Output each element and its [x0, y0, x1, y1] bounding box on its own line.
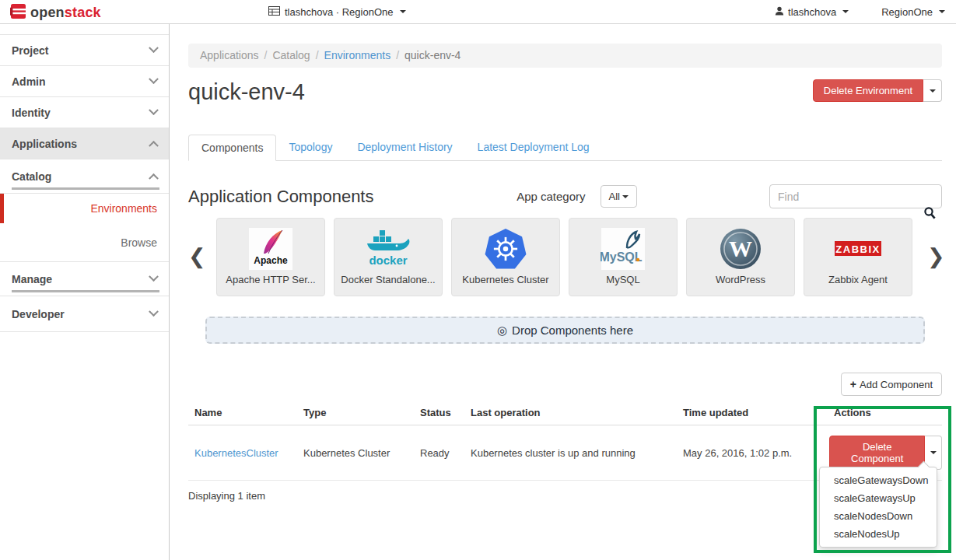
app-card-label: Docker Standalone...	[341, 274, 435, 285]
component-type: Kubernetes Cluster	[297, 425, 414, 481]
svg-text:ZABBIX: ZABBIX	[835, 243, 880, 255]
zabbix-icon: ZABBIX	[826, 226, 890, 271]
chevron-down-icon	[149, 306, 159, 317]
component-time-updated: May 26, 2016, 1:02 p.m.	[677, 425, 828, 481]
divider	[12, 290, 159, 292]
delete-component-button[interactable]: Delete Component	[829, 436, 925, 470]
table-header-row: Name Type Status Last operation Time upd…	[188, 401, 942, 425]
app-card-zabbix[interactable]: ZABBIX Zabbix Agent	[804, 218, 912, 296]
app-card-wordpress[interactable]: W WordPress	[686, 218, 795, 296]
delete-environment-caret-button[interactable]	[923, 79, 942, 102]
col-header-name: Name	[188, 401, 297, 425]
user-icon	[775, 6, 784, 18]
menu-item-scale-nodes-up[interactable]: scaleNodesUp	[820, 525, 937, 543]
app-cards: Apache Apache HTTP Ser...	[216, 218, 912, 296]
chevron-down-icon	[930, 89, 936, 93]
kubernetes-icon	[484, 226, 527, 271]
col-header-status: Status	[414, 401, 464, 425]
find-input[interactable]	[769, 184, 942, 208]
breadcrumb-environments-link[interactable]: Environments	[324, 49, 391, 61]
region-name: RegionOne	[881, 6, 933, 18]
topbar-right: tlashchova RegionOne	[775, 0, 945, 23]
app-card-docker[interactable]: docker Docker Standalone...	[334, 218, 443, 296]
user-menu[interactable]: tlashchova	[775, 6, 849, 18]
topbar: openstack tlashchova · RegionOne	[0, 0, 956, 24]
app-card-label: WordPress	[716, 274, 765, 285]
sidebar-item-identity[interactable]: Identity	[0, 97, 169, 128]
breadcrumb: Applications/Catalog/Environments/quick-…	[188, 44, 942, 68]
brand-text: openstack	[30, 5, 101, 21]
col-header-actions: Actions	[828, 401, 942, 425]
menu-item-scale-gateways-up[interactable]: scaleGatewaysUp	[820, 489, 937, 507]
chevron-up-icon	[149, 173, 159, 184]
chevron-down-icon	[149, 43, 159, 53]
sidebar-item-manage[interactable]: Manage	[0, 262, 169, 296]
user-name: tlashchova	[788, 6, 836, 18]
app-card-label: Zabbix Agent	[828, 274, 888, 285]
sidebar-item-admin[interactable]: Admin	[0, 66, 169, 97]
svg-text:MySQL: MySQL	[601, 250, 643, 264]
component-status: Ready	[414, 425, 464, 481]
col-header-type: Type	[297, 401, 414, 425]
breadcrumb-applications: Applications	[200, 49, 259, 61]
col-header-last-operation: Last operation	[464, 401, 677, 425]
add-component-button[interactable]: + Add Component	[841, 373, 942, 396]
svg-text:Apache: Apache	[254, 255, 288, 266]
region-menu[interactable]: RegionOne	[881, 6, 945, 18]
apache-icon: Apache	[248, 226, 293, 271]
tab-components[interactable]: Components	[188, 135, 276, 161]
chevron-down-icon	[400, 10, 406, 13]
section-heading: Application Components	[188, 187, 373, 207]
screen: openstack tlashchova · RegionOne	[0, 0, 956, 560]
app-category-dropdown[interactable]: All	[601, 185, 637, 208]
docker-icon: docker	[362, 226, 414, 271]
chevron-up-icon	[149, 141, 159, 151]
openstack-brand[interactable]: openstack	[10, 3, 101, 23]
drop-target-icon: ◎	[497, 324, 507, 338]
delete-environment-split-button: Delete Environment	[813, 79, 942, 102]
breadcrumb-current: quick-env-4	[404, 49, 460, 61]
component-last-operation: Kubernetes cluster is up and running	[464, 425, 677, 481]
divider	[12, 187, 159, 190]
app-card-label: MySQL	[606, 274, 639, 285]
component-name-link[interactable]: KubernetesCluster	[194, 447, 278, 459]
wordpress-icon: W	[720, 226, 762, 271]
openstack-logo-icon	[10, 3, 26, 23]
app-card-label: Apache HTTP Ser...	[226, 274, 315, 285]
drop-components-zone[interactable]: ◎ Drop Components here	[205, 317, 925, 344]
sidebar-item-catalog[interactable]: Catalog	[0, 159, 169, 194]
menu-item-scale-gateways-down[interactable]: scaleGatewaysDown	[820, 471, 937, 489]
tab-bar: Components Topology Deployment History L…	[188, 135, 942, 161]
chevron-down-icon	[149, 105, 159, 115]
carousel-next-button[interactable]: ❯	[927, 243, 941, 271]
active-indicator	[0, 194, 4, 223]
carousel-previous-button[interactable]: ❮	[188, 243, 202, 271]
tab-latest-deployment-log[interactable]: Latest Deployment Log	[465, 135, 602, 161]
svg-text:W: W	[729, 236, 752, 261]
sidebar-item-environments[interactable]: Environments	[0, 194, 169, 223]
app-card-apache[interactable]: Apache Apache HTTP Ser...	[216, 218, 325, 296]
sidebar-item-developer[interactable]: Developer	[0, 296, 169, 332]
sidebar-item-browse[interactable]: Browse	[0, 223, 169, 262]
menu-item-scale-nodes-down[interactable]: scaleNodesDown	[820, 507, 937, 525]
page-title: quick-env-4	[188, 79, 305, 105]
tab-topology[interactable]: Topology	[276, 135, 345, 161]
breadcrumb-catalog: Catalog	[272, 49, 310, 61]
chevron-down-icon	[149, 271, 159, 282]
delete-environment-button[interactable]: Delete Environment	[813, 79, 923, 102]
tab-deployment-history[interactable]: Deployment History	[345, 135, 464, 161]
component-actions-menu: scaleGatewaysDown scaleGatewaysUp scaleN…	[819, 467, 937, 548]
col-header-time-updated: Time updated	[677, 401, 828, 425]
app-category-label: App category	[517, 190, 585, 203]
sidebar-item-project[interactable]: Project	[0, 35, 169, 66]
app-carousel: ❮ Apache	[188, 218, 942, 296]
chevron-down-icon	[939, 10, 945, 13]
sidebar-item-applications[interactable]: Applications	[0, 128, 169, 159]
table-list-icon	[268, 6, 280, 18]
chevron-down-icon	[149, 74, 159, 84]
app-card-mysql[interactable]: MySQL MySQL	[569, 218, 678, 296]
drop-zone-label: Drop Components here	[512, 324, 633, 337]
app-card-kubernetes[interactable]: Kubernetes Cluster	[451, 218, 560, 296]
chevron-down-icon	[930, 451, 937, 454]
project-region-switcher[interactable]: tlashchova · RegionOne	[268, 0, 406, 23]
